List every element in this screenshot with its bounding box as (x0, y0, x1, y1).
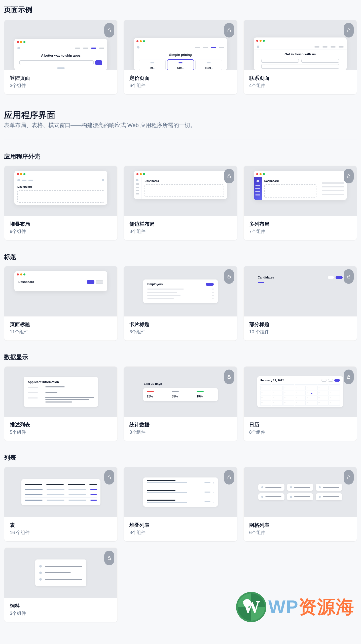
svg-rect-9 (108, 477, 111, 479)
card-stats[interactable]: Last 30 days 25% 55% 19% 统计数据3个组件 (124, 366, 237, 441)
lock-icon (104, 551, 114, 565)
card-contact[interactable]: Get in touch with us 联系页面 4个组件 (243, 20, 357, 94)
svg-rect-11 (347, 477, 350, 479)
svg-rect-1 (228, 30, 230, 32)
card-count: 9个组件 (10, 228, 112, 234)
svg-rect-10 (228, 477, 230, 479)
svg-rect-5 (228, 276, 230, 278)
lock-icon (344, 269, 354, 284)
card-count: 5个组件 (10, 429, 112, 435)
card-title: 堆叠列表 (129, 522, 231, 529)
svg-rect-4 (347, 176, 350, 178)
section-title-lists: 列表 (4, 454, 357, 462)
card-count: 11个组件 (10, 329, 112, 335)
svg-rect-6 (347, 276, 350, 278)
card-landing[interactable]: A better way to ship apps 登陆页面 3个组件 (4, 20, 118, 94)
lock-icon (224, 470, 234, 485)
card-title: 登陆页面 (10, 75, 112, 82)
card-title: 统计数据 (129, 421, 231, 428)
card-count: 6个组件 (129, 83, 231, 89)
svg-rect-12 (108, 558, 111, 560)
section-title-data-display: 数据显示 (4, 353, 357, 361)
stat-value: 55% (172, 395, 189, 398)
card-count: 4个组件 (249, 83, 351, 89)
card-calendar[interactable]: February 22, 2022 日历8个组件 (243, 366, 357, 441)
card-count: 8个组件 (129, 228, 231, 234)
stat-value: 25% (147, 395, 164, 398)
svg-rect-2 (347, 30, 350, 32)
card-count: 10 个组件 (249, 329, 351, 335)
card-count: 16 个组件 (10, 530, 112, 536)
svg-rect-0 (108, 30, 111, 32)
card-count: 3个组件 (10, 610, 112, 616)
card-title: 多列布局 (249, 221, 351, 227)
card-title: 饲料 (10, 602, 112, 609)
card-title: 表 (10, 522, 112, 529)
card-title: 描述列表 (10, 421, 112, 428)
preview-label: Dashboard (264, 179, 316, 182)
card-pricing[interactable]: Simple pricing $9/m $19/m $109/y 定价页面 6个… (124, 20, 237, 94)
card-count: 7个组件 (249, 228, 351, 234)
card-count: 6个组件 (249, 530, 351, 536)
card-count: 3个组件 (10, 83, 112, 89)
lock-icon (344, 169, 354, 183)
card-sidebar-layout[interactable]: Dashboard 侧边栏布局8个组件 (124, 166, 237, 240)
lock-icon (344, 23, 354, 37)
section-desc-app-ui: 表单布局、表格、模式窗口——构建漂亮的响应式 Web 应用程序所需的一切。 (4, 122, 357, 129)
card-multicol-layout[interactable]: Dashboard 多列布局7个组件 (243, 166, 357, 240)
svg-rect-8 (347, 377, 350, 379)
preview-label: Dashboard (17, 185, 104, 188)
lock-icon (224, 269, 234, 284)
preview-label: Dashboard (145, 179, 224, 182)
lock-icon (224, 370, 234, 384)
card-feed[interactable]: 饲料3个组件 (4, 547, 118, 622)
card-title: 联系页面 (249, 75, 351, 82)
card-title: 页面标题 (10, 321, 112, 328)
preview-headline: A better way to ship apps (14, 54, 107, 57)
preview-label: Candidates (258, 276, 274, 279)
card-section-heading[interactable]: Candidates 部分标题10 个组件 (243, 266, 357, 341)
svg-rect-7 (228, 377, 230, 379)
card-title: 部分标题 (249, 321, 351, 328)
lock-icon (104, 23, 114, 37)
section-title-app-shell: 应用程序外壳 (4, 152, 357, 160)
card-table[interactable]: 表16 个组件 (4, 467, 118, 541)
lock-icon (104, 470, 114, 485)
card-count: 6个组件 (129, 329, 231, 335)
card-count: 8个组件 (129, 530, 231, 536)
preview-label: Employers (147, 283, 163, 286)
preview-label: Dashboard (18, 280, 34, 284)
lock-icon (344, 470, 354, 485)
card-stacked-list[interactable]: › › › 堆叠列表8个组件 (124, 467, 237, 541)
lock-icon (344, 370, 354, 384)
section-title-page-examples: 页面示例 (4, 5, 357, 15)
card-title: 堆叠布局 (10, 221, 112, 227)
card-count: 8个组件 (249, 429, 351, 435)
preview-label: Applicant information (28, 380, 94, 384)
card-stacked-layout[interactable]: Dashboard 堆叠布局9个组件 (4, 166, 118, 240)
preview-label: Last 30 days (144, 382, 218, 386)
card-grid-list[interactable]: 网格列表6个组件 (243, 467, 357, 541)
section-title-app-ui: 应用程序界面 (4, 109, 357, 121)
card-title: 日历 (249, 421, 351, 428)
section-title-headings: 标题 (4, 253, 357, 261)
card-title: 定价页面 (129, 75, 231, 82)
preview-headline: Get in touch with us (254, 52, 347, 56)
card-count: 3个组件 (129, 429, 231, 435)
card-title: 卡片标题 (129, 321, 231, 328)
stat-value: 19% (197, 395, 214, 398)
lock-icon (224, 169, 234, 183)
divider (4, 140, 357, 140)
svg-rect-3 (228, 176, 230, 178)
card-title: 侧边栏布局 (129, 221, 231, 227)
card-title: 网格列表 (249, 522, 351, 529)
card-card-heading[interactable]: Employers 卡片标题6个组件 (124, 266, 237, 341)
lock-icon (224, 23, 234, 37)
preview-headline: Simple pricing (134, 53, 227, 57)
card-description-list[interactable]: Applicant information 描述列表5个组件 (4, 366, 118, 441)
preview-label: February 22, 2022 (260, 379, 284, 382)
card-page-heading[interactable]: Dashboard 页面标题11个组件 (4, 266, 118, 341)
